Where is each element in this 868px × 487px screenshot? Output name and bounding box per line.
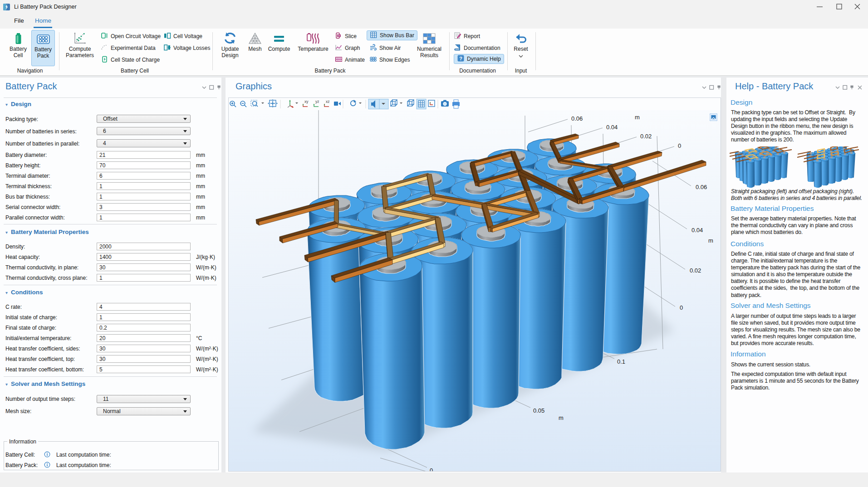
svg-text:0.06: 0.06 [571,115,583,122]
svg-text:0: 0 [430,467,433,471]
svg-text:yz: yz [315,99,319,104]
svg-text:0.05: 0.05 [533,407,544,414]
svg-text:xy: xy [304,99,309,104]
svg-text:0.02: 0.02 [640,133,652,140]
svg-text:m: m [635,114,640,121]
svg-text:?: ? [459,56,462,61]
svg-text:0.04: 0.04 [606,124,618,131]
svg-text:0.02: 0.02 [690,267,701,274]
svg-text:0.04: 0.04 [691,227,703,234]
svg-text:xz: xz [326,99,330,104]
svg-text:0.06: 0.06 [696,184,707,190]
svg-text:m: m [559,414,564,421]
svg-text:m: m [708,237,713,244]
svg-text:0: 0 [680,304,683,311]
svg-text:0: 0 [678,142,681,149]
svg-text:0.1: 0.1 [617,358,625,365]
